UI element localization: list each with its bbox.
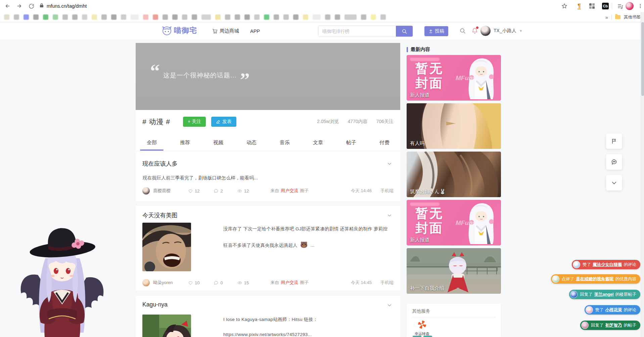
back-button[interactable] <box>3 2 12 10</box>
bookmark-favicon[interactable] <box>121 14 126 20</box>
bookmark-favicon[interactable] <box>344 14 357 20</box>
tab-threads[interactable]: 帖子 <box>346 139 356 151</box>
bookmark-favicon[interactable] <box>293 14 298 20</box>
bookmarks-overflow-icon[interactable]: » <box>605 14 608 20</box>
tab-all[interactable]: 全部 <box>147 139 157 151</box>
post-title[interactable]: 现在应该人多 <box>142 160 178 168</box>
post-item[interactable]: 今天没有美图 没库存了 下次一定给个补番推荐吧 GJ部还算紧凑的剧情 还算精良的… <box>136 206 400 290</box>
circle-link[interactable]: 用户交流 <box>281 188 298 194</box>
refresh-button[interactable] <box>27 2 36 10</box>
bookmark-favicon[interactable] <box>192 14 197 20</box>
bookmark-favicon[interactable] <box>72 14 78 20</box>
user-menu[interactable]: TX_小路人 ▼ <box>480 25 523 36</box>
notifications-bell-icon[interactable] <box>471 27 478 36</box>
bookmark-favicon[interactable] <box>371 14 376 20</box>
bookmark-favicon[interactable] <box>4 14 9 20</box>
bookmark-favicon[interactable] <box>24 14 29 20</box>
notification-toast[interactable]: 点评了 是在戒赌的视角酱呢 的优质内容 <box>551 274 641 284</box>
author-avatar[interactable] <box>142 279 150 286</box>
like-count[interactable]: 10 <box>188 280 199 285</box>
bookmark-favicon[interactable] <box>283 14 289 20</box>
bookmark-favicon[interactable] <box>92 14 97 20</box>
tab-articles[interactable]: 文章 <box>313 139 323 151</box>
bookmark-favicon[interactable] <box>201 14 211 20</box>
forward-button[interactable] <box>15 2 24 10</box>
latest-card[interactable]: 暂无封面 MFuns 新人报道 <box>407 200 501 245</box>
bookmark-favicon[interactable] <box>14 14 19 20</box>
bookmark-favicon[interactable] <box>380 14 386 20</box>
publish-button[interactable]: 发表 <box>211 117 236 127</box>
bookmark-favicon[interactable] <box>274 14 279 20</box>
extension-grid-icon[interactable] <box>588 2 596 10</box>
post-body-link[interactable]: https://www.pixiv.net/artworks/74527293.… <box>223 332 391 337</box>
submit-post-button[interactable]: 投稿 <box>424 26 448 36</box>
feedback-button[interactable] <box>606 154 622 170</box>
bookmark-favicon[interactable] <box>62 14 68 20</box>
bookmark-favicon[interactable] <box>244 14 250 20</box>
toast-user-link[interactable]: 小桜花茉 <box>605 307 622 313</box>
bookmark-favicon[interactable] <box>143 14 148 20</box>
follow-button[interactable]: + 关注 <box>183 117 206 127</box>
bookmark-favicon[interactable] <box>101 14 107 20</box>
author-name[interactable]: 鹿樱鹿樱 <box>153 188 188 194</box>
bookmark-favicon[interactable] <box>303 14 308 20</box>
comment-count[interactable]: 0 <box>214 280 223 285</box>
notification-toast[interactable]: 回复了 初芝智乃 的帖子 <box>580 321 640 330</box>
toast-user-link[interactable]: 魔法少女白猫酱 <box>593 262 622 268</box>
tab-videos[interactable]: 视频 <box>213 139 223 151</box>
search-button[interactable] <box>396 26 413 37</box>
latest-card[interactable]: 筑摩お姉さん🐰 <box>407 152 501 197</box>
site-logo[interactable]: 喵御宅 <box>161 25 197 36</box>
post-thumbnail[interactable] <box>142 223 191 271</box>
bookmark-favicon[interactable] <box>225 14 230 20</box>
post-thumbnail[interactable] <box>142 315 191 337</box>
collapse-chevron-icon[interactable] <box>387 161 392 167</box>
bookmark-favicon[interactable] <box>43 14 48 20</box>
bookmark-favicon[interactable] <box>215 14 221 20</box>
post-title[interactable]: Kagu-nya <box>142 301 168 308</box>
latest-card[interactable]: 补一下自我介绍 <box>407 248 501 294</box>
bookmark-favicon[interactable] <box>131 14 139 20</box>
bookmark-favicon[interactable] <box>313 14 321 20</box>
lucky-wheel-item[interactable]: 幸运转盘 <box>413 320 431 336</box>
report-flag-button[interactable] <box>606 133 622 149</box>
comment-count[interactable]: 2 <box>214 188 223 193</box>
tab-recommended[interactable]: 推荐 <box>180 139 190 151</box>
bookmark-favicon[interactable] <box>163 14 168 20</box>
notification-toast[interactable]: 赞了 小桜花茉 的评论 <box>585 305 641 315</box>
nav-mall[interactable]: 周边商城 <box>212 22 239 40</box>
author-name[interactable]: 呦染yoren <box>153 280 188 286</box>
notification-toast[interactable]: 回复了 芙兰angel 的楼层帖子 <box>569 290 640 299</box>
latest-card[interactable]: 暂无封面 MFuns 新人报道 <box>407 55 501 101</box>
collapse-chevron-icon[interactable] <box>387 302 392 309</box>
like-count[interactable]: 12 <box>188 188 199 193</box>
chrome-menu-icon[interactable] <box>636 2 644 10</box>
reading-list-icon[interactable] <box>616 2 625 10</box>
profile-avatar[interactable] <box>625 2 634 10</box>
bookmark-favicon[interactable] <box>325 14 330 20</box>
bookmark-favicon[interactable] <box>172 14 178 20</box>
bookmark-favicon[interactable] <box>335 14 340 20</box>
bookmark-favicon[interactable] <box>82 14 87 20</box>
bookmark-favicon[interactable] <box>111 14 117 20</box>
scroll-down-button[interactable] <box>606 175 622 190</box>
extension-cb-icon[interactable]: Cb <box>601 2 610 10</box>
latest-card[interactable]: 有人吗 <box>407 103 501 149</box>
tab-music[interactable]: 音乐 <box>280 139 290 151</box>
bookmark-favicon[interactable] <box>33 14 39 20</box>
address-bar[interactable]: mfuns.cn/tag/dmht <box>40 1 87 11</box>
toast-user-link[interactable]: 芙兰angel <box>594 292 614 297</box>
bookmark-favicon[interactable] <box>264 14 269 20</box>
toast-user-link[interactable]: 是在戒赌的视角酱呢 <box>576 276 614 282</box>
collapse-chevron-icon[interactable] <box>387 213 392 219</box>
bookmark-favicon[interactable] <box>182 14 187 20</box>
bookmark-favicon[interactable] <box>254 14 260 20</box>
notification-toast[interactable]: 赞了 魔法少女白猫酱 的评论 <box>572 260 640 269</box>
header-search-icon[interactable] <box>459 27 466 36</box>
search-input[interactable] <box>318 26 396 37</box>
bookmark-star-icon[interactable] <box>560 2 569 10</box>
tab-paid[interactable]: 付费 <box>379 139 389 151</box>
post-title[interactable]: 今天没有美图 <box>142 211 178 219</box>
bookmark-favicon[interactable] <box>361 14 366 20</box>
post-item[interactable]: Kagu-nya I lose to Kaguya-samap站画师：Hitsu… <box>136 296 400 337</box>
